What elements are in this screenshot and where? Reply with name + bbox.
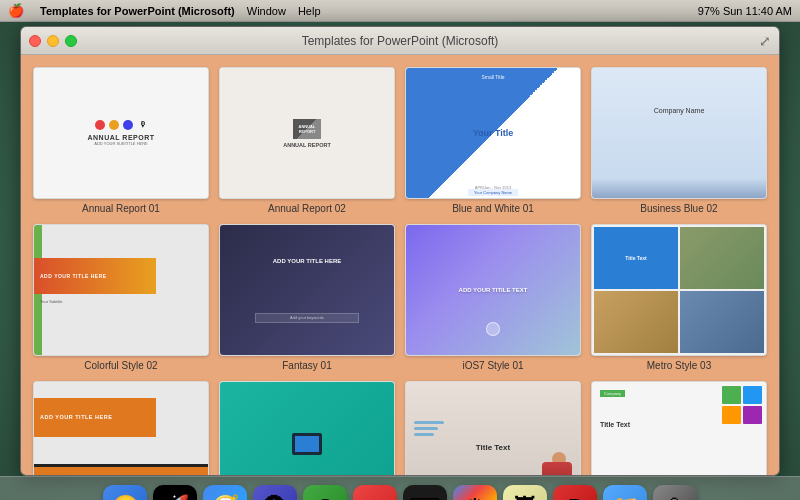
- menu-bar-right: 97% Sun 11:40 AM: [698, 5, 792, 17]
- template-thumb-annual1[interactable]: 🎙 ANNUAL REPORT ADD YOUR SUBTITLE HERE: [33, 67, 209, 199]
- dock-safari[interactable]: 🧭: [203, 485, 247, 501]
- metro-cell-3: [680, 291, 764, 353]
- maximize-button[interactable]: [65, 35, 77, 47]
- metro-cell-blue: Title Text: [594, 227, 678, 289]
- dock-health[interactable]: ♥: [353, 485, 397, 501]
- dock-files[interactable]: 📁: [603, 485, 647, 501]
- annual1-subtitle: ADD YOUR SUBTITLE HERE: [94, 141, 148, 146]
- template-label-annual1: Annual Report 01: [82, 203, 160, 214]
- orange-title: ADD YOUR TITLE HERE: [40, 414, 112, 420]
- template-label-ios7: iOS7 Style 01: [462, 360, 523, 371]
- template-item-ios7[interactable]: ADD YOUR TITILE TEXT iOS7 Style 01: [405, 224, 581, 371]
- app-window: Templates for PowerPoint (Microsoft) ⤢ 🎙…: [20, 26, 780, 476]
- dock-terminal[interactable]: ⌨: [403, 485, 447, 501]
- help-menu[interactable]: Help: [298, 5, 321, 17]
- apple-menu[interactable]: 🍎: [8, 3, 24, 18]
- close-button[interactable]: [29, 35, 41, 47]
- template-label-blue: Blue and White 01: [452, 203, 534, 214]
- dock: 😀 🚀 🧭 🅐 S ♥ ⌨ ⚙ 🖼 P 📁 🗑: [0, 476, 800, 500]
- template-item-titledark[interactable]: Title Text Title Text Dark: [405, 381, 581, 475]
- template-label-bizblue: Business Blue 02: [640, 203, 717, 214]
- dock-launchpad[interactable]: 🚀: [153, 485, 197, 501]
- template-item-titlecolor[interactable]: Company Title Text Title Text Color: [591, 381, 767, 475]
- template-thumb-annual2[interactable]: ANNUAL REPORT ANNUAL REPORT: [219, 67, 395, 199]
- titlecolor-photos: [722, 386, 762, 424]
- annual2-box-text: ANNUAL REPORT: [293, 124, 321, 134]
- template-thumb-metro[interactable]: Title Text: [591, 224, 767, 356]
- blue-company: Your Company Name: [468, 189, 518, 196]
- template-item-metro[interactable]: Title Text Metro Style 03: [591, 224, 767, 371]
- template-item-teal[interactable]: ADD YOUR TITLE Add some keywords Teal St…: [219, 381, 395, 475]
- minimize-button[interactable]: [47, 35, 59, 47]
- template-item-orange[interactable]: ADD YOUR TITLE HERE Orange Style 01: [33, 381, 209, 475]
- template-item-bizblue[interactable]: Company Name Business Blue 02: [591, 67, 767, 214]
- template-thumb-bizblue[interactable]: Company Name: [591, 67, 767, 199]
- blue-small-title: Small Title: [477, 73, 508, 81]
- colorful-sub: Your Subtitle: [40, 299, 63, 304]
- template-thumb-colorful[interactable]: ADD YOUR TITLE HERE Your Subtitle: [33, 224, 209, 356]
- fantasy-sub: Add your keywords: [290, 315, 324, 320]
- title-bar: Templates for PowerPoint (Microsoft) ⤢: [21, 27, 779, 55]
- fantasy-title: ADD YOUR TITLE HERE: [273, 258, 342, 264]
- traffic-lights: [29, 35, 77, 47]
- expand-icon[interactable]: ⤢: [759, 33, 771, 49]
- template-thumb-teal[interactable]: ADD YOUR TITLE Add some keywords: [219, 381, 395, 475]
- teal-monitor: [292, 433, 322, 455]
- template-item-colorful[interactable]: ADD YOUR TITLE HERE Your Subtitle Colorf…: [33, 224, 209, 371]
- metro-cell-2: [594, 291, 678, 353]
- titlecolor-title: Title Text: [600, 421, 630, 428]
- titledark-bullets: [414, 421, 444, 436]
- bizblue-company: Company Name: [654, 107, 705, 114]
- annual1-title: ANNUAL REPORT: [87, 134, 154, 141]
- template-item-annual1[interactable]: 🎙 ANNUAL REPORT ADD YOUR SUBTITLE HERE A…: [33, 67, 209, 214]
- template-thumb-ios7[interactable]: ADD YOUR TITILE TEXT: [405, 224, 581, 356]
- colorful-title: ADD YOUR TITLE HERE: [40, 273, 107, 279]
- template-thumb-titledark[interactable]: Title Text: [405, 381, 581, 475]
- window-menu[interactable]: Window: [247, 5, 286, 17]
- template-item-annual2[interactable]: ANNUAL REPORT ANNUAL REPORT Annual Repor…: [219, 67, 395, 214]
- dock-trash[interactable]: 🗑: [653, 485, 697, 501]
- content-area: 🎙 ANNUAL REPORT ADD YOUR SUBTITLE HERE A…: [21, 55, 779, 475]
- dock-finder[interactable]: 😀: [103, 485, 147, 501]
- dock-powerpoint[interactable]: P: [553, 485, 597, 501]
- window-title: Templates for PowerPoint (Microsoft): [302, 34, 499, 48]
- template-thumb-fantasy[interactable]: ADD YOUR TITLE HERE Add your keywords: [219, 224, 395, 356]
- dock-slides[interactable]: S: [303, 485, 347, 501]
- dock-preview[interactable]: 🖼: [503, 485, 547, 501]
- template-thumb-blue[interactable]: Small Title Your Title APR/Jan - Nov 201…: [405, 67, 581, 199]
- dock-chrome[interactable]: ⚙: [453, 485, 497, 501]
- template-label-metro: Metro Style 03: [647, 360, 711, 371]
- metro-cell-1: [680, 227, 764, 289]
- dock-appstore[interactable]: 🅐: [253, 485, 297, 501]
- template-item-blue[interactable]: Small Title Your Title APR/Jan - Nov 201…: [405, 67, 581, 214]
- blue-your-title: Your Title: [473, 128, 514, 138]
- app-menu-name[interactable]: Templates for PowerPoint (Microsoft): [40, 5, 235, 17]
- template-grid: 🎙 ANNUAL REPORT ADD YOUR SUBTITLE HERE A…: [33, 67, 767, 475]
- template-item-fantasy[interactable]: ADD YOUR TITLE HERE Add your keywords Fa…: [219, 224, 395, 371]
- template-thumb-orange[interactable]: ADD YOUR TITLE HERE: [33, 381, 209, 475]
- titlecolor-badge: Company: [600, 390, 625, 397]
- template-label-colorful: Colorful Style 02: [84, 360, 157, 371]
- template-thumb-titlecolor[interactable]: Company Title Text: [591, 381, 767, 475]
- titledark-title: Title Text: [476, 443, 510, 452]
- annual2-title: ANNUAL REPORT: [283, 142, 331, 148]
- template-label-annual2: Annual Report 02: [268, 203, 346, 214]
- template-label-fantasy: Fantasy 01: [282, 360, 331, 371]
- menu-bar: 🍎 Templates for PowerPoint (Microsoft) W…: [0, 0, 800, 22]
- ios7-title: ADD YOUR TITILE TEXT: [459, 287, 528, 293]
- battery-status: 97% Sun 11:40 AM: [698, 5, 792, 17]
